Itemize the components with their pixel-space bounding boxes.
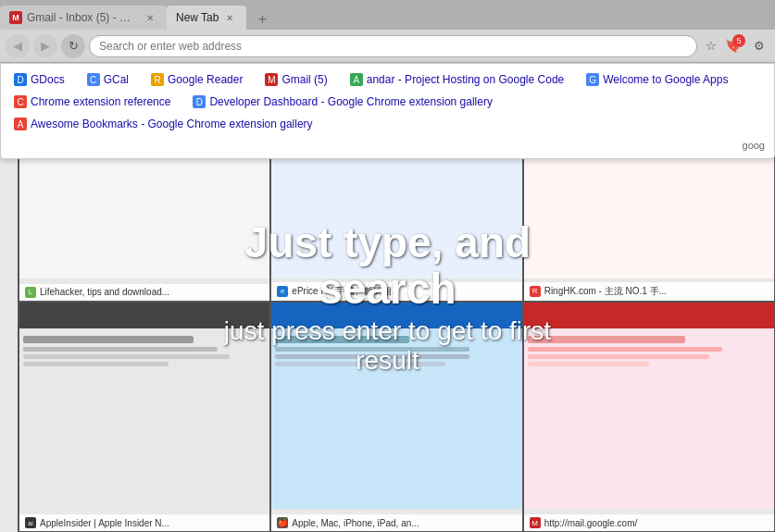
new-tab-button[interactable]: + xyxy=(250,9,274,30)
tab-gmail-favicon: M xyxy=(9,11,22,24)
macworld-title: Apple, Mac, iPhone, iPad, an... xyxy=(292,518,419,528)
tab-newtab-close[interactable]: ✕ xyxy=(222,10,237,25)
chrome-ext-favicon: C xyxy=(14,95,27,108)
gdocs-label: GDocs xyxy=(31,73,65,86)
appleinsider-favicon: ai xyxy=(25,517,36,528)
appleinsider-title: AppleInsider | Apple Insider N... xyxy=(40,518,169,528)
thumbnail-lifehacker-bar: L Lifehacker, tips and download... xyxy=(19,284,269,301)
autocomplete-chrome-ext[interactable]: C Chrome extension reference xyxy=(10,93,174,110)
tab-gmail-close[interactable]: ✕ xyxy=(143,10,157,25)
star-icon[interactable]: ☆ xyxy=(701,36,721,56)
left-partial-thumbnail xyxy=(0,126,19,532)
lifehacker-title: Lifehacker, tips and download... xyxy=(40,287,169,297)
autocomplete-reader[interactable]: R Google Reader xyxy=(147,71,246,88)
forward-button[interactable]: ▶ xyxy=(33,34,57,58)
thumbnail-appleinsider[interactable]: ai AppleInsider | Apple Insider N... xyxy=(19,302,270,533)
dev-dash-label: Developer Dashboard - Google Chrome exte… xyxy=(209,95,493,108)
tab-gmail[interactable]: M Gmail - Inbox (5) - mauri... ✕ xyxy=(0,6,167,30)
autocomplete-row-3: A Awesome Bookmarks - Google Chrome exte… xyxy=(10,116,765,132)
reader-favicon: R xyxy=(151,73,164,86)
autocomplete-row-1: D GDocs C GCal R Google Reader M Gmail (… xyxy=(10,71,765,88)
gmail-main-favicon: M xyxy=(530,517,541,528)
thumbnail-ringhk-bar: R RingHK.com - 主流 NO.1 手... xyxy=(524,282,774,301)
thumbnail-appleinsider-bar: ai AppleInsider | Apple Insider N... xyxy=(19,514,269,531)
gmail-main-title: http://mail.google.com/ xyxy=(544,518,638,528)
autocomplete-awesome[interactable]: A Awesome Bookmarks - Google Chrome exte… xyxy=(10,116,317,132)
eprice-favicon: e xyxy=(277,286,288,297)
thumbnail-gmail-main[interactable]: M http://mail.google.com/ xyxy=(523,302,775,533)
autocomplete-andar[interactable]: A andar - Project Hosting on Google Code xyxy=(346,71,568,88)
andar-favicon: A xyxy=(350,73,363,86)
gcal-favicon: C xyxy=(87,73,100,86)
tab-bar: M Gmail - Inbox (5) - mauri... ✕ New Tab… xyxy=(0,0,775,30)
autocomplete-welcome[interactable]: G Welcome to Google Apps xyxy=(582,71,731,88)
lifehacker-favicon: L xyxy=(25,287,36,298)
thumbnail-eprice-bar: e ePrice HK 手機、數碼相... xyxy=(271,282,521,301)
gmail-label: Gmail (5) xyxy=(281,73,327,86)
autocomplete-gmail[interactable]: M Gmail (5) xyxy=(261,71,331,88)
extensions-badge: 5 xyxy=(732,34,745,47)
thumbnail-macworld[interactable]: 🍎 Apple, Mac, iPhone, iPad, an... xyxy=(270,302,522,533)
reload-button[interactable]: ↻ xyxy=(61,34,85,58)
ringhk-title: RingHK.com - 主流 NO.1 手... xyxy=(544,285,667,298)
dev-dash-favicon: D xyxy=(193,95,206,108)
awesome-label: Awesome Bookmarks - Google Chrome extens… xyxy=(31,118,313,130)
reader-label: Google Reader xyxy=(168,73,243,86)
browser-chrome: M Gmail - Inbox (5) - mauri... ✕ New Tab… xyxy=(0,0,775,63)
andar-label: andar - Project Hosting on Google Code xyxy=(367,73,564,86)
autocomplete-gdocs[interactable]: D GDocs xyxy=(10,71,69,88)
tab-newtab[interactable]: New Tab ✕ xyxy=(167,6,246,30)
welcome-favicon: G xyxy=(586,73,599,86)
omnibox-container xyxy=(89,35,697,57)
autocomplete-dev-dash[interactable]: D Developer Dashboard - Google Chrome ex… xyxy=(189,93,496,110)
eprice-title: ePrice HK 手機、數碼相... xyxy=(292,285,399,298)
ringhk-favicon: R xyxy=(530,286,541,297)
toolbar: ◀ ▶ ↻ ☆ 🔖 5 ⚙ xyxy=(0,30,775,63)
extensions-icon[interactable]: 🔖 5 xyxy=(725,36,745,56)
awesome-favicon: A xyxy=(14,118,27,130)
search-hint: goog xyxy=(10,138,765,151)
autocomplete-row-2: C Chrome extension reference D Developer… xyxy=(10,93,765,110)
gdocs-favicon: D xyxy=(14,73,27,86)
welcome-label: Welcome to Google Apps xyxy=(603,73,728,86)
wrench-icon[interactable]: ⚙ xyxy=(749,36,769,56)
back-button[interactable]: ◀ xyxy=(6,34,30,58)
gmail-favicon: M xyxy=(265,73,278,86)
toolbar-right: ☆ 🔖 5 ⚙ xyxy=(701,36,769,56)
tab-gmail-label: Gmail - Inbox (5) - mauri... xyxy=(27,11,139,24)
macworld-favicon: 🍎 xyxy=(277,517,288,528)
thumbnail-gmail-main-bar: M http://mail.google.com/ xyxy=(524,514,774,531)
autocomplete-dropdown: D GDocs C GCal R Google Reader M Gmail (… xyxy=(0,63,775,159)
tab-newtab-label: New Tab xyxy=(176,11,219,24)
omnibox-input[interactable] xyxy=(89,35,697,57)
gcal-label: GCal xyxy=(104,73,129,86)
autocomplete-gcal[interactable]: C GCal xyxy=(83,71,132,88)
chrome-ext-label: Chrome extension reference xyxy=(31,95,170,108)
thumbnail-macworld-bar: 🍎 Apple, Mac, iPhone, iPad, an... xyxy=(271,514,521,531)
